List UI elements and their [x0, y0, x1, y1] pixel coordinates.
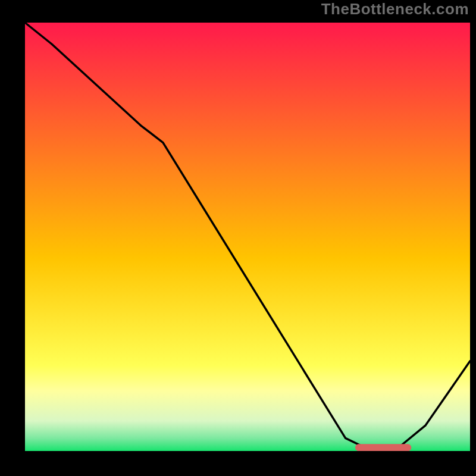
plot-border	[20, 18, 475, 456]
watermark-text: TheBottleneck.com	[321, 0, 469, 18]
plot-area	[20, 18, 475, 456]
chart-frame: TheBottleneck.com	[0, 0, 476, 476]
